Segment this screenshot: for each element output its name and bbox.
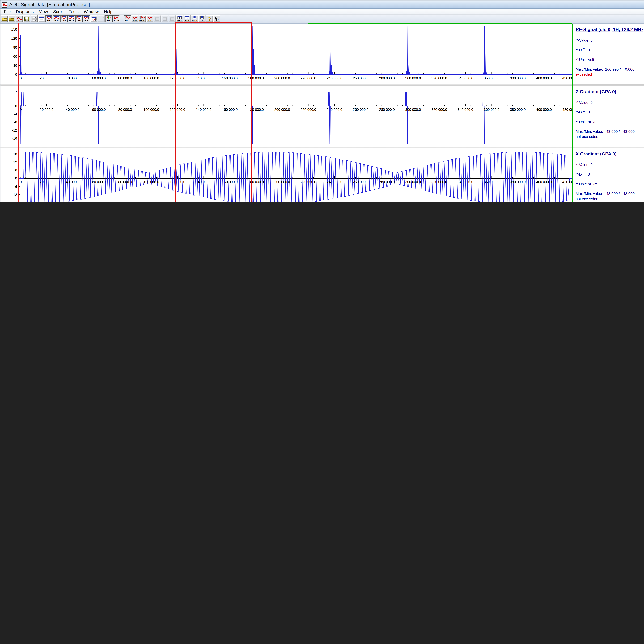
- toolbar-button-show-z-gradient[interactable]: Z-GR: [83, 15, 90, 22]
- toolbar-button-show-x-gradient[interactable]: X-GR: [68, 15, 75, 22]
- menu-bar: FileDiagramsViewScrollToolsWindowHelp: [0, 9, 644, 15]
- y-tick-label: 60: [13, 54, 17, 58]
- y-tick-label: 90: [13, 45, 17, 49]
- toolbar-button-show-y-gradient[interactable]: Y-GR: [75, 15, 82, 22]
- toolbar-button-scale-manual[interactable]: MANU: [139, 15, 146, 22]
- app-icon: [2, 2, 7, 7]
- toolbar-button-save[interactable]: [23, 15, 30, 22]
- info-panel-title: RF-Signal (ch. 0, 1H, 123.2 MHz): [576, 27, 644, 32]
- toolbar-button-show-nc1[interactable]: NC1: [60, 15, 67, 22]
- y-tick-label: 0: [15, 176, 17, 180]
- toolbar-button-protocol-view[interactable]: PROT: [191, 15, 198, 22]
- info-splitter[interactable]: [573, 84, 644, 86]
- toolbar-button-diagram-layout[interactable]: [38, 15, 45, 22]
- x-tick-label: 240 000.0: [327, 76, 342, 80]
- importwave-icon: [16, 16, 22, 21]
- x-origin-label: 0: [20, 76, 22, 80]
- doc-icon: [199, 16, 205, 19]
- helparrow-icon: ?: [214, 16, 220, 21]
- windoc-icon: [39, 16, 45, 21]
- toolbar-button-stack-diagrams[interactable]: [90, 15, 97, 22]
- waveaxis-icon: [139, 16, 146, 19]
- y-tick-label: -12: [12, 128, 17, 132]
- info-splitter[interactable]: [573, 147, 644, 148]
- x-tick-label: 20 000.0: [40, 76, 53, 80]
- x-tick-label: 40 000.0: [66, 76, 80, 80]
- menu-item-scroll[interactable]: Scroll: [50, 9, 66, 14]
- x-tick-label: 100 000.0: [143, 108, 159, 112]
- toolbar-button-label: MIN: [185, 19, 189, 22]
- toolbar-button-sequence-view[interactable]: SEQU: [113, 15, 120, 22]
- toolbar-button-export-folder[interactable]: [8, 15, 15, 22]
- toolbar-button-show-rfd[interactable]: RFD: [53, 15, 60, 22]
- y-tick-label: 30: [13, 63, 17, 67]
- info-panel-rf: RF-Signal (ch. 0, 1H, 123.2 MHz)Y-Value:…: [573, 24, 644, 85]
- plot-canvas-z[interactable]: 70-4-8-12-1620 000.040 000.060 000.080 0…: [0, 86, 572, 147]
- x-tick-label: 40 000.0: [66, 108, 80, 112]
- info-panel-line: Y-Value: 0: [576, 38, 644, 43]
- x-tick-label: 200 000.0: [274, 76, 290, 80]
- menu-item-diagrams[interactable]: Diagrams: [13, 9, 36, 14]
- toolbar-button-scale-fit[interactable]: FIT: [146, 15, 153, 22]
- toolbar-button-cursor-mode[interactable]: CURS: [105, 15, 112, 22]
- info-panel-line: Max./Min. value: 43.000 / -43.000: [576, 129, 644, 134]
- toolbar-button-window-maximize-diagram[interactable]: MAX: [176, 15, 183, 22]
- menu-item-view[interactable]: View: [36, 9, 50, 14]
- menu-item-tools[interactable]: Tools: [66, 9, 81, 14]
- plot-canvas-xg[interactable]: 181260-6-1220 000.040 000.060 000.080 00…: [0, 148, 572, 202]
- toolbar-button-print[interactable]: [31, 15, 38, 22]
- plot-panel-xg[interactable]: 181260-6-1220 000.040 000.060 000.080 00…: [0, 148, 572, 202]
- wavewin-icon: [61, 16, 67, 19]
- y-tick-label: -16: [12, 136, 17, 140]
- panel-splitter[interactable]: [0, 84, 572, 86]
- x-tick-label: 280 000.0: [379, 108, 395, 112]
- y-tick-label: -4: [14, 112, 17, 116]
- menu-item-file[interactable]: File: [1, 9, 13, 14]
- toolbar-button-context-help[interactable]: ?: [213, 15, 220, 22]
- info-panel-line: Y-Diff.: 0: [576, 172, 644, 177]
- menu-item-help[interactable]: Help: [101, 9, 115, 14]
- mini-icon: [169, 16, 175, 21]
- x-tick-label: 360 000.0: [484, 180, 499, 184]
- x-tick-label: 320 000.0: [431, 76, 447, 80]
- toolbar-button-scale-max[interactable]: MAX: [131, 15, 138, 22]
- x-tick-label: 40 000.0: [66, 180, 80, 184]
- x-tick-label: 360 000.0: [484, 76, 499, 80]
- toolbar-button-import-signals[interactable]: [16, 15, 23, 22]
- menu-item-window[interactable]: Window: [81, 9, 101, 14]
- x-tick-label: 80 000.0: [118, 180, 132, 184]
- info-panel-line: Y-Diff.: 0: [576, 110, 644, 114]
- toolbar-button-scale-auto[interactable]: AUTO: [124, 15, 131, 22]
- panel-splitter[interactable]: [0, 147, 572, 148]
- plot-panel-z[interactable]: 70-4-8-12-1620 000.040 000.060 000.080 0…: [0, 86, 572, 147]
- info-panel-line: Max./Min. value: 160.995 / 0.000: [576, 67, 644, 71]
- mini-icon: [154, 16, 160, 21]
- plot-canvas-rf[interactable]: 150120906030020 000.040 000.060 000.080 …: [0, 24, 572, 85]
- toolbar-button-grid: [98, 15, 105, 22]
- y-tick-label: -12: [12, 193, 17, 197]
- x-tick-label: 60 000.0: [92, 76, 106, 80]
- title-bar[interactable]: ADC Signal Data [SimulationProtocol]X: [0, 0, 644, 9]
- toolbar-button-open[interactable]: [1, 15, 8, 22]
- x-tick-label: 200 000.0: [274, 108, 290, 112]
- x-tick-label: 100 000.0: [143, 76, 159, 80]
- toolbar-button-label: TEXT: [199, 19, 204, 22]
- toolbar-button-show-adc[interactable]: ADC: [46, 15, 53, 22]
- x-origin-label: 0: [20, 180, 22, 184]
- toolbar-button-label: SEQU: [113, 19, 119, 22]
- plot-panel-rf[interactable]: 150120906030020 000.040 000.060 000.080 …: [0, 24, 572, 85]
- time-cursor[interactable]: [18, 23, 19, 202]
- x-origin-label: 0: [20, 108, 22, 112]
- zoom-selection-rectangle[interactable]: [175, 22, 252, 202]
- toolbar-button-help[interactable]: ?: [206, 15, 213, 22]
- toolbar-button-window-minimize-diagram[interactable]: MIN: [184, 15, 190, 22]
- toolbar: ADCRFDNC1X-GRY-GRZ-GRCURSSEQUAUTOMAXMANU…: [0, 15, 644, 24]
- x-tick-label: 280 000.0: [379, 76, 395, 80]
- plot-stack: 150120906030020 000.040 000.060 000.080 …: [0, 24, 572, 202]
- toolbar-button-label: Z-GR: [84, 19, 89, 22]
- y-tick-label: 0: [15, 73, 17, 77]
- waveaxis-icon: [147, 16, 153, 19]
- x-tick-label: 300 000.0: [405, 76, 421, 80]
- info-column: RF-Signal (ch. 0, 1H, 123.2 MHz)Y-Value:…: [572, 24, 644, 202]
- toolbar-button-text-view[interactable]: TEXT: [198, 15, 205, 22]
